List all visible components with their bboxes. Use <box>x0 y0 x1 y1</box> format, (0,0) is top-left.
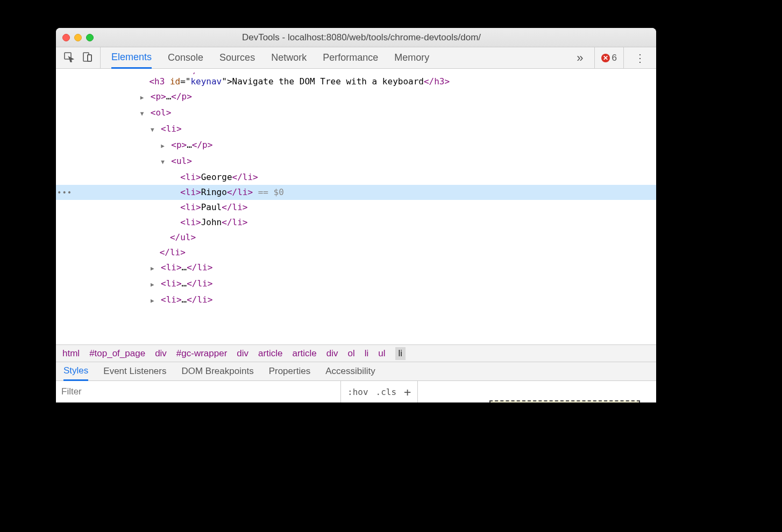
sub-tab-event-listeners[interactable]: Event Listeners <box>103 363 166 380</box>
window-close-button[interactable] <box>62 34 70 41</box>
dom-node-cut: ▶ <p>…</p> <box>56 69 656 74</box>
styles-toolbar: :hov .cls + <box>56 381 656 402</box>
tab-memory[interactable]: Memory <box>394 48 429 68</box>
devtools-window: DevTools - localhost:8080/web/tools/chro… <box>56 28 656 402</box>
dom-node-ul-close[interactable]: </ul> <box>56 230 656 245</box>
crumb-div-1[interactable]: div <box>155 348 167 359</box>
tab-network[interactable]: Network <box>271 48 307 68</box>
crumb-gc-wrapper[interactable]: #gc-wrapper <box>176 348 228 359</box>
toolbar-right: » ✕ 6 ⋮ <box>573 47 651 68</box>
dom-node-li-close[interactable]: </li> <box>56 245 656 260</box>
sub-tab-accessibility[interactable]: Accessibility <box>325 363 375 380</box>
box-model-margin-box <box>489 400 640 402</box>
dom-node-p-collapsed-2[interactable]: ▶ <p>…</p> <box>56 138 656 154</box>
device-toolbar-icon[interactable] <box>82 52 93 64</box>
window-minimize-button[interactable] <box>74 34 82 41</box>
crumb-top-of-page[interactable]: #top_of_page <box>89 348 145 359</box>
styles-box-model-area <box>418 381 656 402</box>
error-badge[interactable]: ✕ 6 <box>594 47 624 68</box>
hov-toggle[interactable]: :hov <box>347 387 368 397</box>
sub-tab-dom-breakpoints[interactable]: DOM Breakpoints <box>181 363 253 380</box>
dom-node-li-open[interactable]: ▼ <li> <box>56 121 656 138</box>
crumb-article-2[interactable]: article <box>292 348 316 359</box>
dom-node-li-john[interactable]: <li>John</li> <box>56 215 656 230</box>
dom-node-li-ringo[interactable]: ••• <li>Ringo</li> == $0 <box>56 185 656 200</box>
dom-node-ul-open[interactable]: ▼ <ul> <box>56 154 656 170</box>
dom-node-li-paul[interactable]: <li>Paul</li> <box>56 200 656 215</box>
sub-tab-styles[interactable]: Styles <box>63 362 88 381</box>
traffic-lights <box>62 34 94 41</box>
dom-node-li-george[interactable]: <li>George</li> <box>56 170 656 185</box>
tab-elements[interactable]: Elements <box>111 47 152 69</box>
overflow-tabs-button[interactable]: » <box>573 51 586 65</box>
titlebar: DevTools - localhost:8080/web/tools/chro… <box>56 28 656 47</box>
main-toolbar: Elements Console Sources Network Perform… <box>56 47 656 69</box>
styles-actions: :hov .cls + <box>341 381 418 402</box>
crumb-ul[interactable]: ul <box>378 348 385 359</box>
new-style-rule-button[interactable]: + <box>404 385 411 399</box>
settings-menu-button[interactable]: ⋮ <box>631 52 649 64</box>
tab-console[interactable]: Console <box>168 48 203 68</box>
crumb-li-selected[interactable]: li <box>395 347 406 360</box>
dom-node-li-collapsed-1[interactable]: ▶ <li>…</li> <box>56 260 656 276</box>
dom-node-li-collapsed-2[interactable]: ▶ <li>…</li> <box>56 276 656 292</box>
crumb-article-1[interactable]: article <box>258 348 282 359</box>
dom-breadcrumbs: html #top_of_page div #gc-wrapper div ar… <box>56 344 656 362</box>
crumb-li-1[interactable]: li <box>365 348 369 359</box>
dom-node-p-collapsed[interactable]: ▶ <p>…</p> <box>56 89 656 105</box>
dom-node-li-collapsed-3[interactable]: ▶ <li>…</li> <box>56 292 656 308</box>
crumb-div-3[interactable]: div <box>326 348 338 359</box>
crumb-html[interactable]: html <box>62 348 80 359</box>
main-tabs: Elements Console Sources Network Perform… <box>101 47 573 68</box>
svg-rect-2 <box>88 55 91 61</box>
dom-node-ol-open[interactable]: ▼ <ol> <box>56 105 656 121</box>
toolbar-icons <box>61 47 101 68</box>
tab-sources[interactable]: Sources <box>219 48 255 68</box>
styles-sub-tabs: Styles Event Listeners DOM Breakpoints P… <box>56 362 656 381</box>
gutter-ellipsis-icon[interactable]: ••• <box>57 185 72 200</box>
window-zoom-button[interactable] <box>86 34 94 41</box>
crumb-div-2[interactable]: div <box>237 348 248 359</box>
error-count: 6 <box>612 53 617 63</box>
crumb-ol[interactable]: ol <box>348 348 355 359</box>
cls-toggle[interactable]: .cls <box>376 387 397 397</box>
window-title: DevTools - localhost:8080/web/tools/chro… <box>102 32 621 43</box>
inspect-element-icon[interactable] <box>63 52 74 64</box>
sub-tab-properties[interactable]: Properties <box>269 363 310 380</box>
tab-performance[interactable]: Performance <box>323 48 378 68</box>
dom-tree-panel[interactable]: ▶ <p>…</p> <h3 id="keynav">Navigate the … <box>56 69 656 344</box>
dom-node-h3[interactable]: <h3 id="keynav">Navigate the DOM Tree wi… <box>56 74 656 89</box>
error-icon: ✕ <box>601 54 610 62</box>
styles-filter-input[interactable] <box>56 381 341 402</box>
